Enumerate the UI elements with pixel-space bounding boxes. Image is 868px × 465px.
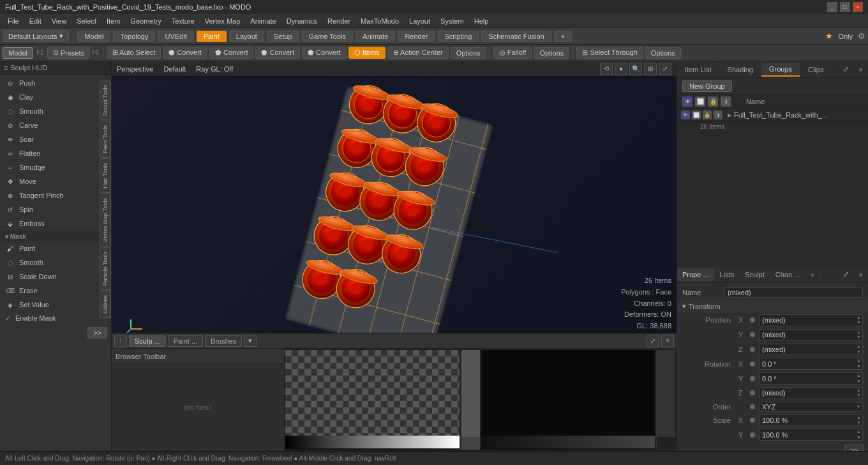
side-tab-paint[interactable]: Paint Tools [100, 121, 111, 158]
scale-y-up[interactable]: ▲ [857, 429, 861, 434]
item-lock-icon[interactable]: 🔒 [703, 111, 712, 119]
pos-y-spinner[interactable]: ▲ ▼ [855, 330, 862, 340]
scale-x-field[interactable]: 100.0 % ▲ ▼ [759, 415, 863, 427]
options-btn-1[interactable]: Options [451, 47, 486, 59]
props-tab-lists[interactable]: Lists [715, 268, 740, 281]
scale-x-up[interactable]: ▲ [857, 415, 861, 420]
pos-x-down[interactable]: ▼ [857, 320, 861, 325]
side-tab-vertexmap[interactable]: Vertex Map Tools [100, 194, 111, 247]
rot-z-spinner[interactable]: ▲ ▼ [855, 388, 862, 399]
minimize-button[interactable]: _ [827, 2, 837, 12]
rot-x-down[interactable]: ▼ [857, 364, 861, 369]
menu-file[interactable]: File [3, 16, 24, 26]
presets-btn[interactable]: ⊙ Presets [47, 47, 90, 59]
brushes-arrow[interactable]: ▾ [244, 335, 257, 347]
scale-x-spinner[interactable]: ▲ ▼ [855, 415, 862, 426]
tool-enable-mask[interactable]: ✓ Enable Mask [0, 312, 111, 324]
menu-edit[interactable]: Edit [24, 16, 47, 26]
menu-layout[interactable]: Layout [404, 16, 435, 26]
tool-erase[interactable]: Erase [0, 284, 111, 298]
menu-animate[interactable]: Animate [245, 16, 281, 26]
menu-maxtomodo[interactable]: MaxToModo [355, 16, 404, 26]
rpanel-close-btn[interactable]: × [854, 63, 868, 76]
tool-spin[interactable]: Spin [0, 202, 111, 217]
brushes-tab[interactable]: Brushes [205, 335, 242, 347]
rot-y-dot[interactable] [750, 376, 755, 381]
tab-game-tools[interactable]: Game Tools [302, 31, 354, 42]
options-btn-2[interactable]: Options [534, 47, 569, 59]
tab-layout[interactable]: Layout [229, 31, 264, 42]
scale-x-down[interactable]: ▼ [857, 420, 861, 425]
options-btn-3[interactable]: Options [645, 47, 681, 59]
close-button[interactable]: × [853, 2, 863, 12]
menu-texture[interactable]: Texture [167, 16, 200, 26]
menu-geometry[interactable]: Geometry [125, 16, 166, 26]
tab-model[interactable]: Model [77, 31, 110, 42]
enable-mask-checkbox[interactable]: ✓ [5, 314, 11, 323]
tool-scale-down[interactable]: Scale Down [0, 270, 111, 284]
rot-x-dot[interactable] [750, 362, 755, 367]
expand-sidebar-btn[interactable]: >> [87, 327, 107, 339]
scale-x-dot[interactable] [750, 418, 755, 423]
rot-z-field[interactable]: (mixed) ▲ ▼ [759, 387, 863, 399]
item-render-icon[interactable]: ⬜ [692, 111, 701, 119]
menu-help[interactable]: Help [469, 16, 494, 26]
tool-mask-smooth[interactable]: Smooth [0, 255, 111, 270]
vp-rotate-btn[interactable]: ⟲ [600, 63, 613, 75]
item-info-icon[interactable]: ℹ [714, 111, 722, 119]
props-expand-right-btn[interactable]: >> [844, 445, 864, 451]
rpanel-groups[interactable]: Groups [761, 63, 800, 77]
model-mode-btn[interactable]: Model [3, 47, 33, 59]
tool-paint[interactable]: Paint [0, 241, 111, 255]
tool-smudge[interactable]: Smudge [0, 160, 111, 174]
tab-setup[interactable]: Setup [267, 31, 299, 42]
scale-y-dot[interactable] [750, 432, 755, 438]
group-item-rack[interactable]: 👁 ⬜ 🔒 ℹ ▶ Full_Test_Tube_Rack_with_... [677, 109, 868, 122]
tab-render[interactable]: Render [398, 31, 435, 42]
maximize-button[interactable]: □ [840, 2, 850, 12]
side-tab-hair[interactable]: Hair Tools [100, 158, 111, 193]
default-label[interactable]: Default [163, 65, 186, 73]
bottom-expand-right-1[interactable]: ⤢ [647, 335, 659, 347]
rpanel-item-list[interactable]: Item List [677, 63, 720, 76]
rpanel-expand-btn[interactable]: ⤢ [838, 63, 854, 76]
menu-vertex-map[interactable]: Vertex Map [200, 16, 246, 26]
items-btn[interactable]: ⬡ Items [348, 47, 385, 59]
pos-x-spinner[interactable]: ▲ ▼ [855, 315, 862, 326]
side-tab-utilities[interactable]: Utilities [100, 291, 111, 318]
pos-x-up[interactable]: ▲ [857, 315, 861, 320]
rpanel-shading[interactable]: Shading [720, 63, 761, 76]
tab-add[interactable]: + [554, 31, 572, 42]
rot-x-field[interactable]: 0.0 ° ▲ ▼ [759, 358, 863, 370]
props-tab-add[interactable]: + [805, 268, 820, 281]
pos-x-field[interactable]: (mixed) ▲ ▼ [759, 314, 863, 326]
menu-dynamics[interactable]: Dynamics [281, 16, 322, 26]
props-tab-sculpt[interactable]: Sculpt [740, 268, 770, 281]
ray-label[interactable]: Ray GL: Off [196, 65, 233, 73]
vp-dot-btn[interactable]: ● [615, 63, 627, 75]
pos-x-dot[interactable] [750, 317, 755, 323]
group-item-name[interactable]: Full_Test_Tube_Rack_with_... [734, 111, 864, 119]
rot-x-spinner[interactable]: ▲ ▼ [855, 358, 862, 369]
pos-z-dot[interactable] [750, 347, 755, 352]
convert-btn-2[interactable]: ⬟ Convert [209, 47, 254, 59]
menu-view[interactable]: View [47, 16, 72, 26]
tab-topology[interactable]: Topology [113, 31, 155, 42]
props-tab-chan[interactable]: Chan ... [770, 268, 806, 281]
paint-tab[interactable]: Paint ... [168, 335, 203, 347]
convert-btn-3[interactable]: ⬟ Convert [255, 47, 300, 59]
pos-z-down[interactable]: ▼ [857, 349, 861, 354]
rot-y-spinner[interactable]: ▲ ▼ [855, 373, 862, 384]
pos-y-up[interactable]: ▲ [857, 330, 861, 335]
side-tab-sculpt[interactable]: Sculpt Tools [100, 80, 111, 120]
sculpt-tab[interactable]: Sculp ... [129, 335, 166, 347]
transform-section[interactable]: ▾ Transform [677, 300, 868, 313]
viewport[interactable]: Perspective Default Ray GL: Off ⟲ ● 🔍 ⊞ … [112, 61, 677, 333]
tool-flatten[interactable]: Flatten [0, 146, 111, 160]
rot-y-up[interactable]: ▲ [857, 373, 861, 378]
perspective-label[interactable]: Perspective [117, 65, 153, 73]
side-tab-particle[interactable]: Particle Tools [100, 247, 111, 290]
viewport-3d[interactable]: 26 Items Polygons : Face Channels: 0 Def… [112, 77, 677, 333]
action-center-btn[interactable]: ⊕ Action Center [387, 47, 449, 59]
falloff-btn[interactable]: ◎ Falloff [493, 47, 532, 59]
